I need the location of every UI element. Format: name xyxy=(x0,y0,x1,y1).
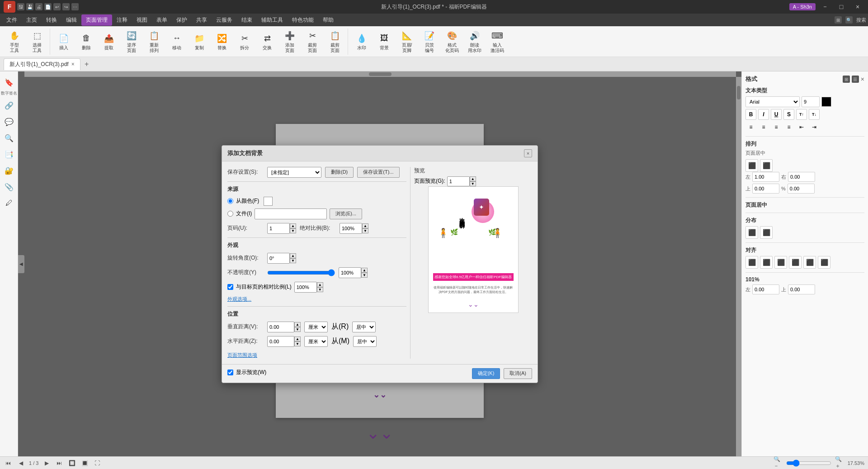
comment-icon[interactable]: 💬 xyxy=(2,114,16,129)
bates-btn[interactable]: 📝 贝茨编号 xyxy=(419,28,440,55)
distribute-h-btn[interactable]: ⬛ xyxy=(745,226,758,239)
extract-btn[interactable]: 📤 提取 xyxy=(98,28,120,55)
tab-close-btn[interactable]: × xyxy=(71,61,75,67)
menu-protect[interactable]: 保护 xyxy=(172,14,192,26)
horiz-dist-up-btn[interactable]: ▲ xyxy=(294,336,301,341)
strikethrough-btn[interactable]: S xyxy=(783,109,794,120)
horiz-unit-select[interactable]: 厘米 xyxy=(304,336,328,347)
center-h-btn[interactable]: ⬛ xyxy=(745,159,758,172)
full-screen-btn[interactable]: ⛶ xyxy=(93,459,102,468)
zoom-left-input[interactable] xyxy=(752,284,779,294)
vert-dist-down-btn[interactable]: ▼ xyxy=(294,327,301,332)
rearrange-btn[interactable]: 📋 重新排列 xyxy=(143,28,165,55)
attach-icon[interactable]: 📎 xyxy=(2,180,16,194)
preview-page-up-btn[interactable]: ▲ xyxy=(470,176,476,181)
tts-watermark-btn[interactable]: 🔊 朗读用水印 xyxy=(464,28,486,55)
vert-dist-input[interactable] xyxy=(267,322,294,332)
watermark-btn[interactable]: 💧 水印 xyxy=(351,28,373,55)
target-ratio-checkbox[interactable] xyxy=(227,284,233,290)
align-center-btn[interactable]: ≡ xyxy=(758,122,769,133)
background-btn[interactable]: 🖼 背景 xyxy=(373,28,395,55)
opacity-input[interactable] xyxy=(339,267,361,278)
close-btn[interactable]: × xyxy=(851,0,864,14)
replace-btn[interactable]: 🔀 替换 xyxy=(211,28,233,55)
select-tool-btn[interactable]: ⬚ 选择工具 xyxy=(26,28,48,55)
indent-increase-btn[interactable]: ⇥ xyxy=(809,122,820,133)
zoom-input[interactable] xyxy=(788,184,815,194)
target-ratio-down-btn[interactable]: ▼ xyxy=(317,287,323,292)
menu-cloud[interactable]: 云服务 xyxy=(212,14,237,26)
horiz-dist-down-btn[interactable]: ▼ xyxy=(294,341,301,346)
search-toolbar-icon[interactable]: 🔍 xyxy=(845,16,853,24)
split-btn[interactable]: ✂ 拆分 xyxy=(234,28,255,55)
minimize-btn[interactable]: － xyxy=(818,0,832,14)
menu-convert[interactable]: 转换 xyxy=(42,14,61,26)
subscript-btn[interactable]: T↓ xyxy=(809,109,820,120)
align-right-icon-btn[interactable]: ⬛ xyxy=(774,256,787,269)
fit-width-btn[interactable]: 🔳 xyxy=(80,459,89,468)
copy-btn[interactable]: 📁 复制 xyxy=(189,28,210,55)
from-color-radio[interactable] xyxy=(227,198,233,204)
align-right-btn[interactable]: ≡ xyxy=(771,122,782,133)
align-center-icon-btn[interactable]: ⬛ xyxy=(760,256,773,269)
header-footer-btn[interactable]: 📐 页眉/页脚 xyxy=(396,28,418,55)
zoom-out-btn[interactable]: 🔍－ xyxy=(774,459,783,468)
opacity-down-btn[interactable]: ▼ xyxy=(361,273,368,278)
signature-icon[interactable]: 🔖 xyxy=(2,75,16,90)
menu-special[interactable]: 特色功能 xyxy=(288,14,318,26)
insert-btn[interactable]: 📄 插入 xyxy=(53,28,75,55)
page-num-input[interactable] xyxy=(267,223,290,234)
page-range-link[interactable]: 页面范围选项 xyxy=(227,352,257,358)
menu-form[interactable]: 表单 xyxy=(152,14,172,26)
fit-page-btn[interactable]: 🔲 xyxy=(67,459,76,468)
center-v-btn[interactable]: ⬛ xyxy=(760,159,773,172)
italic-btn[interactable]: I xyxy=(758,109,769,120)
save-icon[interactable]: 💾 xyxy=(26,3,33,10)
font-name-select[interactable]: Arial xyxy=(745,96,800,107)
right-input[interactable] xyxy=(788,172,815,182)
save-settings-select[interactable]: [未指定] xyxy=(267,167,321,178)
rotation-input[interactable] xyxy=(267,253,290,264)
menu-home[interactable]: 主页 xyxy=(22,14,42,26)
pdf-icon[interactable]: 📄 xyxy=(44,3,52,10)
align-bottom-icon-btn[interactable]: ⬛ xyxy=(818,256,830,269)
align-top-icon-btn[interactable]: ⬛ xyxy=(789,256,802,269)
quick-access-icon[interactable]: 🖫 xyxy=(17,3,24,10)
print-icon[interactable]: 🖨 xyxy=(35,3,42,10)
dialog-close-btn[interactable]: × xyxy=(524,149,532,157)
vert-dist-up-btn[interactable]: ▲ xyxy=(294,322,301,327)
menu-view[interactable]: 视图 xyxy=(132,14,152,26)
nav-last-btn[interactable]: ⏭ xyxy=(55,459,64,468)
align-justify-btn[interactable]: ≡ xyxy=(783,122,794,133)
vert-unit-select[interactable]: 厘米 xyxy=(304,322,328,332)
save-settings-btn[interactable]: 保存设置(T)... xyxy=(357,167,399,178)
bold-btn[interactable]: B xyxy=(745,109,756,120)
target-ratio-input[interactable] xyxy=(294,282,317,293)
panel-grid-icon[interactable]: ⊞ xyxy=(843,76,850,83)
cancel-btn[interactable]: 取消(A) xyxy=(504,368,532,379)
move-btn[interactable]: ↔ 移动 xyxy=(166,28,188,55)
font-size-input[interactable] xyxy=(802,96,820,107)
reverse-btn[interactable]: 🔄 逆序页面 xyxy=(121,28,142,55)
font-color-box[interactable] xyxy=(821,97,831,107)
menu-assist[interactable]: 辅助工具 xyxy=(257,14,288,26)
menu-finish[interactable]: 结束 xyxy=(237,14,257,26)
menu-edit[interactable]: 编辑 xyxy=(61,14,81,26)
bookmark-icon[interactable]: 🔗 xyxy=(2,98,16,113)
top-input[interactable] xyxy=(752,184,779,194)
new-tab-btn[interactable]: + xyxy=(82,60,91,69)
browse-btn[interactable]: 浏览(E)... xyxy=(330,208,362,219)
confirm-btn[interactable]: 确定(K) xyxy=(472,368,500,379)
menu-share[interactable]: 共享 xyxy=(192,14,212,26)
align-left-btn[interactable]: ≡ xyxy=(745,122,756,133)
indent-decrease-btn[interactable]: ⇤ xyxy=(796,122,807,133)
add-page-btn[interactable]: ➕ 添加页面 xyxy=(279,28,301,55)
horiz-dist-input[interactable] xyxy=(267,336,294,347)
horiz-from-select[interactable]: 居中 xyxy=(353,336,377,347)
preview-page-down-btn[interactable]: ▼ xyxy=(470,181,476,186)
preview-page-input[interactable] xyxy=(447,176,470,186)
abs-ratio-up-btn[interactable]: ▲ xyxy=(362,223,368,228)
absolute-ratio-input[interactable] xyxy=(340,223,362,234)
hand-tool-btn[interactable]: ✋ 手型工具 xyxy=(4,28,25,55)
opacity-slider[interactable] xyxy=(267,269,335,276)
